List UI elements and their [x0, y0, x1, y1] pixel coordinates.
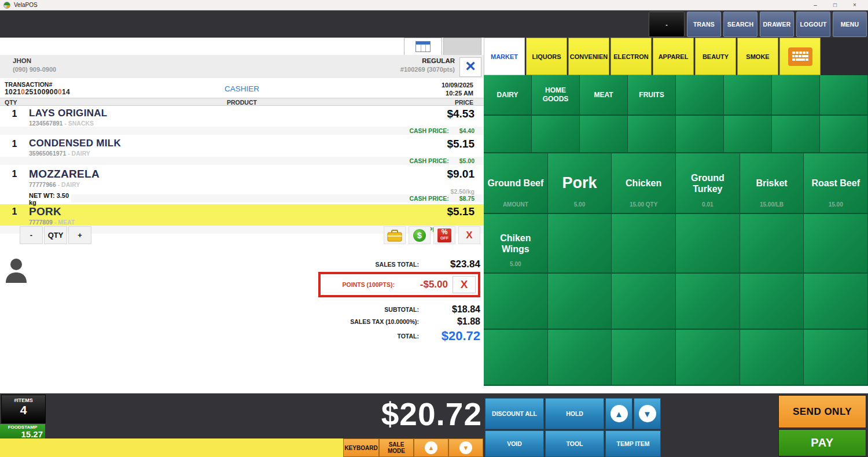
- tab-liquors[interactable]: LIQUORS: [526, 38, 567, 75]
- trans-button[interactable]: TRANS: [687, 12, 721, 37]
- customer-type: REGULAR: [422, 57, 455, 64]
- product-brisket[interactable]: Brisket15.00/LB: [740, 153, 804, 214]
- scroll-down-button[interactable]: ▼: [448, 438, 483, 457]
- grid-cell-empty[interactable]: [676, 330, 740, 386]
- grid-cell-empty[interactable]: [740, 274, 804, 330]
- sale-mode-button[interactable]: SALE MODE: [379, 438, 414, 457]
- grid-cell-empty[interactable]: [772, 75, 820, 116]
- grid-down-button[interactable]: ▼: [634, 398, 661, 429]
- send-only-button[interactable]: SEND ONLY: [778, 395, 866, 428]
- case-price-button[interactable]: [384, 226, 406, 244]
- items-count-value: 4: [2, 403, 45, 417]
- tab-keyboard[interactable]: [779, 38, 821, 75]
- bottom-bar: #ITEMS 4 FOODSTAMP 15.27 $20.72 KEYBOARD…: [0, 393, 868, 457]
- product-grid: DAIRY HOME GOODS MEAT FRUITS Gro: [484, 75, 868, 386]
- product-column-header: PRODUCT: [0, 99, 484, 106]
- grid-cell-empty[interactable]: [724, 75, 772, 116]
- temp-item-button[interactable]: TEMP ITEM: [605, 430, 661, 457]
- grid-cell-empty[interactable]: [804, 330, 868, 386]
- qty-button[interactable]: QTY: [44, 226, 67, 244]
- minimize-button[interactable]: –: [806, 1, 825, 10]
- tab-smoke[interactable]: SMOKE: [737, 38, 778, 75]
- dept-fruits[interactable]: FRUITS: [628, 75, 676, 116]
- scroll-up-button[interactable]: ▲: [414, 438, 448, 457]
- grid-cell-empty[interactable]: [676, 75, 724, 116]
- product-ground-turkey[interactable]: Ground Turkey0.01: [676, 153, 740, 214]
- grid-cell-empty[interactable]: [484, 274, 548, 330]
- product-roast-beef[interactable]: Roast Beef15.00: [804, 153, 868, 214]
- product-chicken[interactable]: Chicken15.00 QTY: [612, 153, 676, 214]
- search-button[interactable]: SEARCH: [723, 12, 757, 37]
- qty-plus-button[interactable]: +: [68, 226, 91, 244]
- discount-all-button[interactable]: DISCOUNT ALL: [485, 398, 544, 429]
- grid-cell-empty[interactable]: [580, 116, 628, 153]
- points-discount-box: POINTS (100PTS): -$5.00 X: [318, 272, 480, 297]
- grid-cell-empty[interactable]: [804, 274, 868, 330]
- pay-button[interactable]: PAY: [778, 429, 866, 456]
- transaction-datetime: 10/09/2025 10:25 AM: [442, 81, 473, 97]
- maximize-button[interactable]: □: [825, 1, 845, 10]
- menu-button[interactable]: MENU: [833, 12, 867, 37]
- line-item[interactable]: 1 LAYS ORIGINAL 1234567891 - SNACKS $4.5…: [0, 106, 484, 135]
- grid-cell-empty[interactable]: [676, 116, 724, 153]
- grid-cell-empty[interactable]: [548, 214, 612, 274]
- grid-cell-empty[interactable]: [820, 75, 868, 116]
- remove-item-button[interactable]: X: [458, 226, 480, 244]
- grid-cell-empty[interactable]: [724, 116, 772, 153]
- grid-cell-empty[interactable]: [740, 330, 804, 386]
- price-override-button[interactable]: $: [409, 226, 431, 244]
- line-item[interactable]: 1 MOZZARELA 77777966 - DAIRY $9.01 NET W…: [0, 167, 484, 202]
- sales-total-value: $23.84: [427, 259, 480, 270]
- transaction-number: 1021025100900014: [5, 88, 70, 96]
- keyboard-button[interactable]: KEYBOARD: [343, 438, 379, 457]
- totals-section: SALES TOTAL: $23.84 POINTS (100PTS): -$5…: [318, 259, 480, 345]
- tool-button[interactable]: TOOL: [545, 430, 604, 457]
- product-pork[interactable]: Pork5.00: [548, 153, 612, 214]
- grid-cell-empty[interactable]: [676, 274, 740, 330]
- grid-cell-empty[interactable]: [628, 116, 676, 153]
- grid-cell-empty[interactable]: [532, 116, 580, 153]
- grid-up-button[interactable]: ▲: [605, 398, 632, 429]
- remove-customer-button[interactable]: ×: [459, 57, 481, 77]
- tab-electronics[interactable]: ELECTRON: [610, 38, 652, 75]
- grid-cell-empty[interactable]: [612, 330, 676, 386]
- grid-cell-empty[interactable]: [676, 214, 740, 274]
- product-chiken-wings[interactable]: Chiken Wings5.00: [484, 214, 548, 274]
- grid-cell-empty[interactable]: [772, 116, 820, 153]
- discount-item-button[interactable]: % OFF: [433, 226, 455, 244]
- grid-cell-empty[interactable]: [804, 214, 868, 274]
- grid-cell-empty[interactable]: [612, 274, 676, 330]
- tab-convenience[interactable]: CONVENIEN: [568, 38, 609, 75]
- hold-button[interactable]: HOLD: [545, 398, 604, 429]
- item-category: DAIRY: [72, 150, 90, 157]
- tab-market[interactable]: MARKET: [484, 38, 525, 75]
- line-item[interactable]: 1 CONDENSED MILK 35965061971 - DAIRY $5.…: [0, 137, 484, 165]
- grid-cell-empty[interactable]: [820, 116, 868, 153]
- remove-points-button[interactable]: X: [453, 276, 476, 293]
- tab-customers[interactable]: [443, 38, 481, 55]
- qty-minus-button[interactable]: -: [20, 226, 43, 244]
- tab-transaction[interactable]: [404, 38, 442, 55]
- grid-cell-empty[interactable]: [740, 214, 804, 274]
- foodstamp-value: 15.27: [2, 430, 43, 438]
- titlebar: VelaPOS – □ ×: [0, 0, 868, 10]
- grid-cell-empty[interactable]: [548, 274, 612, 330]
- grid-cell-empty[interactable]: [612, 214, 676, 274]
- grid-cell-empty[interactable]: [484, 116, 532, 153]
- item-name: CONDENSED MILK: [29, 138, 409, 149]
- customer-name: JHON: [13, 57, 31, 64]
- tab-apparel[interactable]: APPAREL: [653, 38, 694, 75]
- product-ground-beef[interactable]: Ground BeefAMOUNT: [484, 153, 548, 214]
- close-button[interactable]: ×: [845, 1, 865, 10]
- logout-button[interactable]: LOGOUT: [796, 12, 830, 37]
- grid-cell-empty[interactable]: [484, 330, 548, 386]
- window-title: VelaPOS: [14, 2, 38, 8]
- dept-home-goods[interactable]: HOME GOODS: [532, 75, 580, 116]
- void-button[interactable]: VOID: [485, 430, 544, 457]
- drawer-button[interactable]: DRAWER: [760, 12, 794, 37]
- tab-beauty[interactable]: BEAUTY: [695, 38, 736, 75]
- collapse-button[interactable]: -: [649, 12, 685, 37]
- dept-meat[interactable]: MEAT: [580, 75, 628, 116]
- grid-cell-empty[interactable]: [548, 330, 612, 386]
- dept-dairy[interactable]: DAIRY: [484, 75, 532, 116]
